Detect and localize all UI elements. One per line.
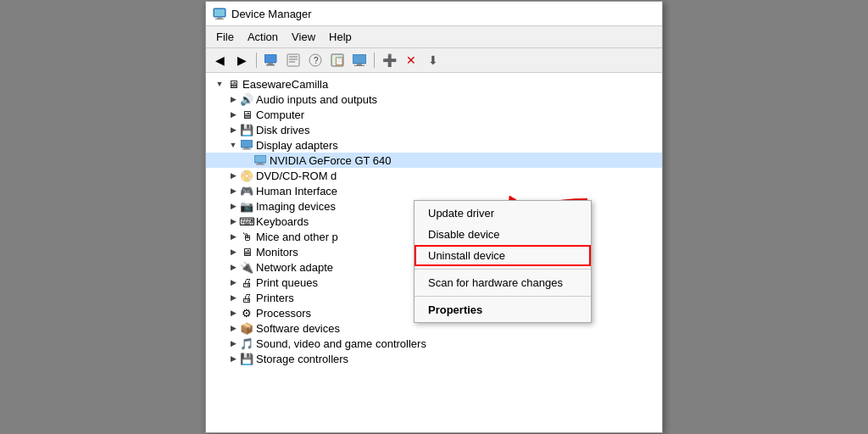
menu-file[interactable]: File bbox=[209, 28, 241, 46]
network-icon: 🔌 bbox=[240, 260, 253, 274]
tree-nvidia[interactable]: ▶ NVIDIA GeForce GT 640 bbox=[206, 153, 662, 168]
svg-rect-17 bbox=[354, 65, 364, 66]
dvd-label: DVD/CD-ROM d bbox=[256, 170, 337, 182]
human-expand[interactable]: ▶ bbox=[226, 184, 240, 198]
tree-storage[interactable]: ▶ 💾 Storage controllers bbox=[206, 351, 662, 366]
svg-rect-3 bbox=[214, 9, 225, 16]
scan-button[interactable]: 📋 bbox=[327, 51, 348, 70]
network-expand[interactable]: ▶ bbox=[226, 260, 240, 274]
keyboard-label: Keyboards bbox=[256, 215, 309, 228]
title-bar-text: Device Manager bbox=[231, 8, 312, 20]
ctx-uninstall-device[interactable]: Uninstall device bbox=[415, 245, 591, 266]
svg-rect-5 bbox=[268, 63, 273, 64]
monitors-icon: 🖥 bbox=[240, 245, 253, 259]
update-button[interactable]: ⬇ bbox=[423, 51, 443, 70]
keyboard-icon: ⌨ bbox=[240, 214, 253, 228]
computer-item-icon: 🖥 bbox=[240, 108, 253, 121]
svg-text:📋: 📋 bbox=[334, 55, 344, 66]
sound-label: Sound, video and game controllers bbox=[256, 337, 426, 350]
processors-label: Processors bbox=[256, 307, 311, 320]
title-bar-icon bbox=[213, 7, 226, 20]
display-expand[interactable]: ▼ bbox=[226, 138, 240, 152]
printers-label: Printers bbox=[256, 292, 294, 304]
display-button[interactable] bbox=[349, 51, 370, 70]
imaging-icon: 📷 bbox=[240, 199, 253, 213]
monitors-label: Monitors bbox=[256, 246, 298, 259]
toolbar-separator-1 bbox=[256, 53, 257, 68]
root-label: EasewareCamilla bbox=[242, 78, 328, 91]
mouse-icon: 🖱 bbox=[240, 230, 253, 243]
printers-expand[interactable]: ▶ bbox=[226, 291, 240, 304]
svg-rect-6 bbox=[266, 64, 275, 66]
menu-bar: File Action View Help bbox=[206, 26, 662, 48]
menu-help[interactable]: Help bbox=[322, 28, 359, 46]
toolbar-separator-2 bbox=[374, 53, 375, 68]
dvd-icon: 📀 bbox=[240, 169, 253, 182]
display-adapters-label: Display adapters bbox=[256, 139, 338, 152]
svg-rect-20 bbox=[242, 149, 251, 150]
print-queues-expand[interactable]: ▶ bbox=[226, 275, 240, 289]
dvd-expand[interactable]: ▶ bbox=[226, 169, 240, 182]
monitors-expand[interactable]: ▶ bbox=[226, 245, 240, 259]
add-button[interactable]: ➕ bbox=[379, 51, 399, 70]
ctx-separator-2 bbox=[415, 296, 591, 297]
disk-icon: 💾 bbox=[240, 123, 253, 136]
tree-human[interactable]: ▶ 🎮 Human Interface bbox=[206, 183, 662, 198]
printers-icon: 🖨 bbox=[240, 291, 253, 304]
imaging-expand[interactable]: ▶ bbox=[226, 199, 240, 213]
software-expand[interactable]: ▶ bbox=[226, 321, 240, 335]
disk-expand[interactable]: ▶ bbox=[226, 123, 240, 136]
expand-icon[interactable]: ▼ bbox=[213, 77, 226, 91]
ctx-properties[interactable]: Properties bbox=[415, 299, 591, 320]
view-computer-button[interactable] bbox=[261, 51, 281, 70]
tree-audio[interactable]: ▶ 🔊 Audio inputs and outputs bbox=[206, 92, 662, 107]
svg-rect-21 bbox=[254, 155, 266, 163]
svg-rect-23 bbox=[256, 164, 264, 165]
title-bar: Device Manager bbox=[206, 2, 662, 26]
help-button[interactable]: ? bbox=[305, 51, 326, 70]
tree-computer[interactable]: ▶ 🖥 Computer bbox=[206, 107, 662, 122]
tree-sound[interactable]: ▶ 🎵 Sound, video and game controllers bbox=[206, 336, 662, 351]
back-button[interactable]: ◀ bbox=[209, 51, 230, 70]
svg-rect-2 bbox=[215, 19, 224, 19]
svg-rect-16 bbox=[357, 64, 362, 65]
storage-label: Storage controllers bbox=[256, 353, 348, 365]
ctx-separator bbox=[415, 269, 591, 270]
ctx-update-driver[interactable]: Update driver bbox=[415, 203, 591, 224]
display-icon bbox=[240, 138, 253, 152]
menu-view[interactable]: View bbox=[285, 28, 322, 46]
svg-rect-1 bbox=[217, 17, 222, 19]
print-queues-label: Print queues bbox=[256, 276, 318, 289]
remove-button[interactable]: ✕ bbox=[401, 51, 421, 70]
properties-button[interactable] bbox=[283, 51, 303, 70]
context-menu: Update driver Disable device Uninstall d… bbox=[414, 200, 592, 323]
tree-disk[interactable]: ▶ 💾 Disk drives bbox=[206, 122, 662, 137]
svg-text:?: ? bbox=[314, 56, 319, 65]
mouse-expand[interactable]: ▶ bbox=[226, 230, 240, 243]
nvidia-label: NVIDIA GeForce GT 640 bbox=[270, 154, 392, 167]
svg-rect-18 bbox=[241, 140, 253, 147]
computer-expand[interactable]: ▶ bbox=[226, 108, 240, 121]
processors-expand[interactable]: ▶ bbox=[226, 306, 240, 320]
ctx-scan-hardware[interactable]: Scan for hardware changes bbox=[415, 272, 591, 293]
tree-display-adapters[interactable]: ▼ Display adapters bbox=[206, 137, 662, 153]
tree-root[interactable]: ▼ 🖥 EasewareCamilla bbox=[206, 76, 662, 92]
tree-dvd[interactable]: ▶ 📀 DVD/CD-ROM d bbox=[206, 168, 662, 183]
software-label: Software devices bbox=[256, 322, 340, 335]
processors-icon: ⚙ bbox=[240, 306, 253, 320]
svg-rect-7 bbox=[287, 54, 299, 66]
storage-expand[interactable]: ▶ bbox=[226, 352, 240, 365]
forward-button[interactable]: ▶ bbox=[231, 51, 252, 70]
device-manager-window: Device Manager File Action View Help ◀ ▶… bbox=[205, 1, 663, 433]
menu-action[interactable]: Action bbox=[241, 28, 285, 46]
sound-expand[interactable]: ▶ bbox=[226, 337, 240, 350]
svg-rect-15 bbox=[353, 54, 366, 64]
disk-label: Disk drives bbox=[256, 124, 310, 136]
storage-icon: 💾 bbox=[240, 352, 253, 365]
print-queues-icon: 🖨 bbox=[240, 275, 253, 289]
computer-label: Computer bbox=[256, 108, 304, 121]
svg-rect-19 bbox=[244, 147, 249, 149]
audio-expand[interactable]: ▶ bbox=[226, 92, 240, 106]
ctx-disable-device[interactable]: Disable device bbox=[415, 224, 591, 245]
audio-icon: 🔊 bbox=[240, 92, 253, 106]
